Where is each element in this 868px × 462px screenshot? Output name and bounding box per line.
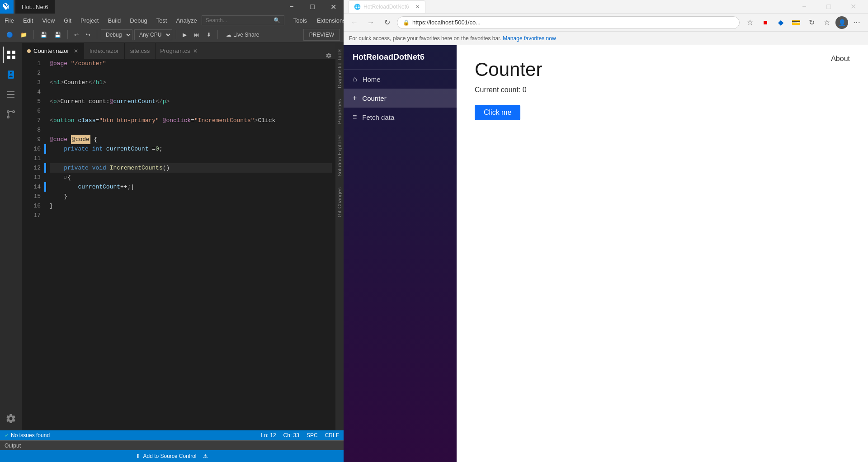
code-line-13: ⊟ {	[50, 173, 332, 182]
refresh-button[interactable]: ↻	[381, 16, 393, 29]
browser-tab-label: HotReloadDotNet6	[363, 4, 409, 10]
open-folder-button[interactable]: 📁	[18, 28, 30, 41]
nav-fetch-data[interactable]: ≡ Fetch data	[344, 108, 457, 127]
code-line-14: currentCount ++; |	[50, 182, 332, 192]
app-brand: HotReloadDotNet6	[344, 45, 457, 70]
source-control-bar[interactable]: ⬆ Add to Source Control ⚠	[0, 450, 344, 462]
about-link[interactable]: About	[822, 45, 859, 72]
line-ending-status: CRLF	[325, 432, 339, 438]
fetch-data-icon: ≡	[353, 113, 357, 121]
live-share-button[interactable]: ☁ Live Share	[222, 28, 264, 41]
menu-file[interactable]: File	[0, 14, 19, 27]
diagnostic-tools-panel[interactable]: Diagnostic Tools	[336, 43, 343, 94]
edge-wallet-button[interactable]: ◆	[774, 16, 788, 29]
new-file-button[interactable]: 🔵	[4, 28, 16, 41]
nav-counter[interactable]: + Counter	[344, 89, 457, 108]
collections-button[interactable]: ■	[759, 16, 772, 29]
menu-git[interactable]: Git	[59, 14, 76, 27]
browser-close[interactable]: ✕	[843, 0, 863, 14]
git-changes-panel[interactable]: Git Changes	[336, 182, 343, 223]
undo-button[interactable]: ↩	[71, 28, 81, 41]
close-tab-extra[interactable]: ✕	[193, 48, 198, 54]
activity-git[interactable]	[3, 106, 19, 123]
vs-window-controls: − □ ✕	[281, 0, 344, 14]
code-line-10: private int currentCount = 0 ;	[50, 144, 332, 154]
line-numbers: 12345 678910 1112131415 1617	[22, 59, 44, 430]
code-content[interactable]: @page "/counter" <h1> Counter </h1>	[46, 59, 335, 430]
favorites-bar: For quick access, place your favorites h…	[344, 32, 868, 45]
search-input[interactable]	[206, 17, 274, 24]
nav-home[interactable]: ⌂ Home	[344, 70, 457, 89]
browser-tab-close[interactable]: ✕	[415, 4, 420, 10]
menu-analyze[interactable]: Analyze	[171, 14, 201, 27]
tab-settings-button[interactable]	[322, 52, 335, 59]
menu-project[interactable]: Project	[76, 14, 103, 27]
svg-point-5	[13, 111, 14, 113]
refresh2-button[interactable]: ↻	[805, 16, 818, 29]
code-line-6	[50, 106, 332, 116]
preview-button[interactable]: PREVIEW	[303, 29, 340, 41]
code-line-7: <button class="btn btn-primary" @onclick…	[50, 116, 332, 125]
svg-rect-0	[7, 51, 10, 54]
debug-mode-select[interactable]: Debug	[101, 29, 132, 40]
manage-favorites-link[interactable]: Manage favorites now	[503, 35, 556, 42]
profile-button[interactable]: 👤	[835, 16, 848, 29]
vs-minimize-button[interactable]: −	[281, 0, 302, 14]
vs-logo	[0, 0, 14, 14]
menu-debug[interactable]: Debug	[125, 14, 151, 27]
browser-content: HotReloadDotNet6 ⌂ Home + Counter ≡ Fetc…	[344, 45, 868, 462]
forward-button[interactable]: →	[364, 16, 377, 29]
encoding-status: SPC	[307, 432, 318, 438]
vs-maximize-button[interactable]: □	[302, 0, 323, 14]
star-button[interactable]: ☆	[743, 16, 757, 29]
step-into-button[interactable]: ⬇	[204, 28, 214, 41]
browser-active-tab[interactable]: 🌐 HotReloadDotNet6 ✕	[348, 0, 425, 13]
browser-minimize[interactable]: −	[794, 0, 815, 14]
address-bar[interactable]: 🔒 https://localhost:5001/co...	[397, 16, 740, 29]
step-over-button[interactable]: ⏭	[191, 28, 202, 41]
solution-explorer-panel[interactable]: Solution Explorer	[336, 129, 343, 182]
tab-counter-razor[interactable]: Counter.razor ✕	[22, 43, 84, 59]
menu-build[interactable]: Build	[103, 14, 125, 27]
activity-explorer[interactable]	[3, 47, 19, 63]
no-issues-indicator: ✓ No issues found	[5, 432, 50, 438]
code-line-2	[50, 68, 332, 78]
back-button[interactable]: ←	[348, 16, 361, 29]
code-line-11	[50, 154, 332, 163]
menu-edit[interactable]: Edit	[19, 14, 38, 27]
activity-extensions[interactable]	[3, 66, 19, 83]
redo-button[interactable]: ↪	[83, 28, 93, 41]
more-button[interactable]: ⋯	[850, 16, 863, 29]
activity-search[interactable]	[3, 86, 19, 103]
tab-program-cs[interactable]: Program.cs ✕	[156, 43, 202, 59]
tab-label: site.css	[130, 47, 150, 54]
tab-site-css[interactable]: site.css	[125, 43, 156, 59]
platform-select[interactable]: Any CPU	[134, 29, 172, 40]
search-box[interactable]: 🔍	[202, 15, 284, 25]
tab-index-razor[interactable]: Index.razor	[84, 43, 125, 59]
menu-test[interactable]: Test	[152, 14, 172, 27]
save-all-button[interactable]: 💾	[52, 28, 64, 41]
line-number-status: Ln: 12	[261, 432, 276, 438]
toolbar-sep-5	[217, 30, 218, 39]
bookmark-button[interactable]: ☆	[820, 16, 834, 29]
toolbar-sep-1	[33, 30, 34, 39]
click-me-button[interactable]: Click me	[475, 105, 520, 120]
menu-view[interactable]: View	[38, 14, 59, 27]
code-line-5: <p> Current count: @currentCount </p>	[50, 97, 332, 106]
toolbar-sep-3	[97, 30, 97, 39]
activity-settings[interactable]	[3, 410, 19, 427]
properties-panel[interactable]: Properties	[336, 94, 343, 129]
svg-point-6	[7, 111, 9, 113]
start-button[interactable]: ▶	[180, 28, 189, 41]
code-line-3: <h1> Counter </h1>	[50, 78, 332, 87]
save-button[interactable]: 💾	[38, 28, 50, 41]
vs-close-button[interactable]: ✕	[323, 0, 344, 14]
counter-heading: Counter	[475, 59, 850, 80]
close-tab-counter[interactable]: ✕	[74, 48, 78, 54]
browser-maximize[interactable]: □	[818, 0, 839, 14]
vs-window-tab[interactable]: Hot...Net6	[15, 0, 55, 14]
wallet-button[interactable]: 💳	[789, 16, 803, 29]
code-editor[interactable]: 12345 678910 1112131415 1617	[22, 59, 335, 430]
menu-tools[interactable]: Tools	[289, 14, 311, 27]
